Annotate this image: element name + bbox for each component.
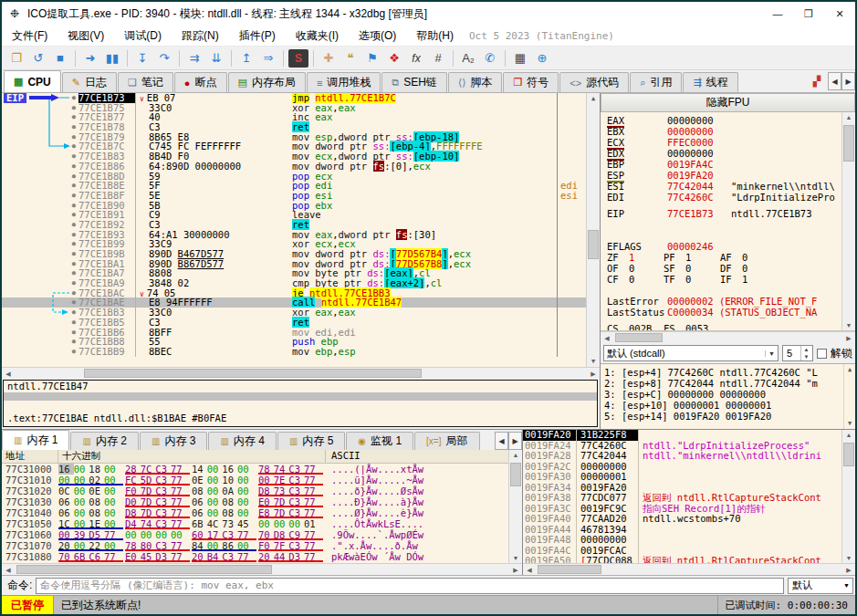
dump-byte[interactable]: D3 — [288, 551, 304, 562]
breakpoint-dot-icon[interactable]: ● — [2, 298, 78, 308]
breakpoint-dot-icon[interactable]: ● — [2, 220, 78, 230]
disasm-vscrollbar[interactable]: ▲ ▼ — [586, 93, 600, 367]
dump-byte[interactable]: 77 — [171, 551, 186, 562]
step-out-icon[interactable]: ↥ — [236, 48, 256, 68]
breakpoint-dot-icon[interactable]: ● — [2, 308, 78, 318]
dump-byte[interactable]: 0E — [89, 485, 104, 496]
dump-byte[interactable]: 00 — [104, 507, 120, 518]
register-value[interactable]: 00000000 — [667, 148, 731, 159]
menu-item[interactable]: 收藏夹(I) — [286, 28, 349, 44]
register-row[interactable]: EFLAGS00000246 — [607, 241, 841, 252]
breakpoint-dot-icon[interactable]: ● — [2, 278, 78, 288]
register-row[interactable]: ECXFFEC0000 — [607, 137, 841, 148]
dump-byte[interactable]: 00 — [74, 485, 89, 496]
register-row[interactable]: ESP0019FA20 — [607, 170, 841, 181]
dump-byte[interactable]: 06 — [58, 496, 74, 507]
register-row[interactable]: EDI77C4260C"LdrpInitializePro — [607, 192, 841, 203]
dump-byte[interactable]: 70 — [58, 551, 74, 562]
breakpoint-dot-icon[interactable]: ● — [2, 337, 78, 347]
breakpoint-dot-icon[interactable]: ● — [2, 181, 78, 191]
menu-item[interactable]: 调试(D) — [114, 28, 172, 44]
dump-row[interactable]: 77C310501C001E00D474C3776B4C734500000001… — [2, 518, 508, 529]
dump-byte[interactable]: C3 — [155, 475, 171, 485]
dump-byte[interactable]: 77 — [304, 551, 319, 562]
dump-byte[interactable]: 00 — [288, 518, 304, 529]
dump-byte[interactable]: 77 — [237, 529, 253, 540]
dump-byte[interactable]: 00 — [237, 464, 253, 475]
menu-item[interactable]: 帮助(H) — [406, 28, 464, 44]
dump-byte[interactable]: 08 — [222, 507, 237, 518]
dump-tab-内存 1[interactable]: ▥内存 1 — [2, 430, 69, 450]
tab-断点[interactable]: ●断点 — [174, 72, 227, 92]
dump-byte[interactable]: 00 — [155, 529, 171, 540]
flag-value[interactable]: 0053 — [685, 323, 720, 330]
dump-byte[interactable]: 6B — [192, 518, 207, 529]
dump-byte[interactable]: 20 — [258, 551, 274, 562]
calculator-icon[interactable]: ▦ — [510, 48, 530, 68]
argument-row[interactable]: 4: [esp+10] 00000001 00000001 — [604, 400, 842, 411]
hide-fpu-button[interactable]: 隐藏FPU — [601, 93, 855, 112]
dump-byte[interactable]: 77 — [304, 540, 319, 551]
stack-hscrollbar[interactable]: ◀ ▶ — [523, 563, 855, 575]
breakpoint-dot-icon[interactable]: ● — [2, 328, 78, 338]
dump-byte[interactable]: 78 — [125, 540, 141, 551]
stack-row[interactable]: 0019FA2877C42044ntdll."minkernel\\ntdll\… — [523, 451, 841, 462]
dump-byte[interactable]: 45 — [237, 518, 253, 529]
patches-icon[interactable]: ✚ — [319, 48, 339, 68]
tab-线程[interactable]: ⇶线程 — [683, 72, 737, 92]
dump-byte[interactable]: C3 — [288, 475, 304, 485]
dump-byte[interactable]: 77 — [104, 551, 120, 562]
dump-byte[interactable]: 08 — [192, 485, 207, 496]
dump-byte[interactable]: 20 — [192, 551, 207, 562]
breakpoint-dot-icon[interactable]: ● — [2, 172, 78, 182]
dump-byte[interactable]: 00 — [74, 518, 89, 529]
dump-byte[interactable]: F0 — [125, 485, 141, 496]
dump-byte[interactable]: 7D — [274, 507, 289, 518]
dump-byte[interactable]: 00 — [207, 496, 223, 507]
dump-byte[interactable]: 0A — [222, 485, 237, 496]
dump-byte[interactable]: 06 — [192, 507, 207, 518]
breakpoint-dot-icon[interactable]: ● — [2, 132, 78, 142]
dump-row[interactable]: 77C3101000000200FC5DC3770E001000007EC377… — [2, 475, 508, 485]
labels-icon[interactable]: ⚑ — [362, 48, 382, 68]
dump-byte[interactable]: 00 — [104, 475, 120, 485]
dump-row[interactable]: 77C31080706BC677E045D37720B4C3772044D377… — [2, 551, 508, 562]
dump-byte[interactable]: 0C — [58, 485, 74, 496]
dump-byte[interactable]: 7D — [141, 507, 156, 518]
tab-笔记[interactable]: ❏笔记 — [118, 72, 173, 92]
dump-byte[interactable]: C9 — [288, 529, 304, 540]
menu-item[interactable]: 插件(P) — [229, 28, 286, 44]
dump-byte[interactable]: 00 — [58, 529, 74, 540]
dump-byte[interactable]: 00 — [207, 485, 223, 496]
breakpoint-dot-icon[interactable]: ● — [2, 162, 78, 172]
breakpoint-dot-icon[interactable]: ● — [2, 191, 78, 201]
dump-row[interactable]: 77C31070200022007880C37784008600F07FC377… — [2, 540, 508, 551]
breakpoint-dot-icon[interactable]: ● — [2, 122, 78, 132]
dump-byte[interactable]: 00 — [258, 518, 274, 529]
dump-vscrollbar[interactable]: ▲ ▼ — [508, 450, 522, 563]
run-icon[interactable]: ➜ — [80, 48, 100, 68]
dump-byte[interactable]: C3 — [288, 540, 304, 551]
breakpoint-dot-icon[interactable]: ● — [2, 151, 78, 162]
stack-value[interactable]: [77CDC088 — [576, 556, 638, 563]
tabs-scroll-left-icon[interactable]: ◀ — [828, 72, 841, 90]
dump-byte[interactable]: 73 — [274, 485, 289, 496]
dump-byte[interactable]: B4 — [207, 551, 223, 562]
register-value[interactable]: 0019FA4C — [667, 159, 731, 170]
dump-byte[interactable]: 00 — [74, 496, 89, 507]
dump-byte[interactable]: 00 — [74, 475, 89, 485]
registers-vscrollbar[interactable]: ▲ ▼ — [841, 112, 855, 330]
menu-item[interactable]: 文件(F) — [2, 28, 57, 44]
dump-byte[interactable]: 00 — [58, 475, 74, 485]
preferences-icon[interactable]: ⊕ — [532, 48, 552, 68]
tabs-scroll-right-icon[interactable]: ▶ — [841, 72, 855, 90]
close-button[interactable]: ✕ — [824, 3, 855, 25]
dump-byte[interactable]: 06 — [192, 496, 207, 507]
restart-icon[interactable]: ↺ — [28, 48, 48, 68]
dump-byte[interactable]: 78 — [258, 464, 274, 475]
dump-row[interactable]: 77C3104006000800D87DC37706000800E87DC377… — [2, 507, 508, 518]
dump-byte[interactable]: 77 — [304, 507, 319, 518]
register-row[interactable]: EBX00000000 — [607, 126, 841, 137]
dump-row[interactable]: 77C3103006000800D07DC37706000800E07DC377… — [2, 496, 508, 507]
register-row[interactable]: LastStatus C0000034 (STATUS_OBJECT_NA — [607, 307, 841, 318]
